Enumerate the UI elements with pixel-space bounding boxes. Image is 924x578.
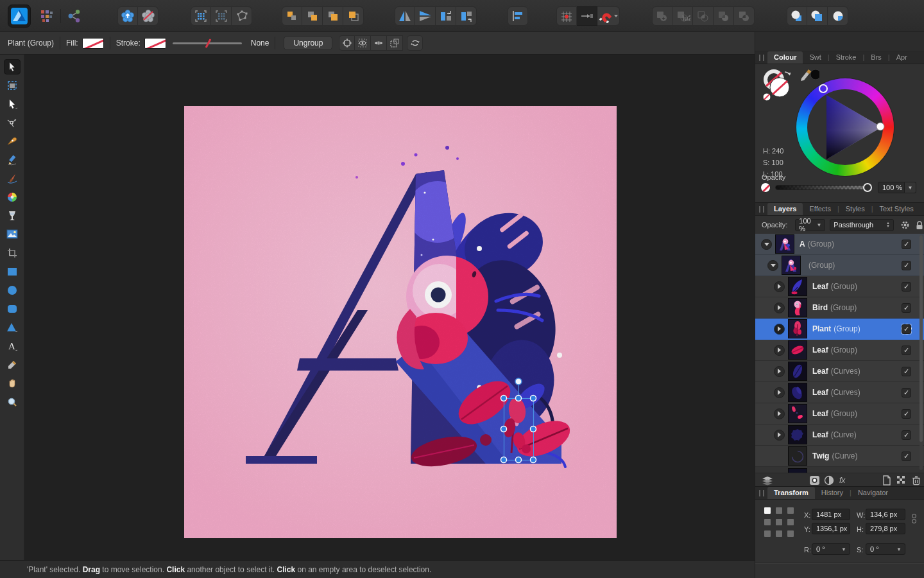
- colour-wheel[interactable]: [796, 78, 894, 176]
- layer-expand-icon[interactable]: [774, 302, 785, 313]
- tab-layers[interactable]: Layers: [767, 203, 803, 215]
- transparency-tool[interactable]: [4, 208, 21, 223]
- layer-expand-icon[interactable]: [774, 281, 785, 292]
- move-by-whole-pixels-icon[interactable]: [577, 6, 597, 26]
- share-nodes-icon[interactable]: [65, 6, 84, 26]
- pixel-persona-button[interactable]: [138, 6, 158, 26]
- layer-expand-icon[interactable]: [774, 345, 785, 356]
- enable-transform-icon[interactable]: [407, 35, 423, 51]
- insert-inside-icon[interactable]: [828, 6, 848, 26]
- lock-icon[interactable]: [915, 220, 924, 231]
- fill-tool[interactable]: [4, 189, 21, 205]
- layer-thumbnail[interactable]: [789, 362, 807, 380]
- cycle-selection-box-icon[interactable]: [339, 35, 355, 51]
- stroke-width-value[interactable]: None: [251, 39, 270, 48]
- layer-thumbnail[interactable]: [782, 256, 800, 274]
- tab-effects[interactable]: Effects: [803, 203, 837, 215]
- zoom-tool[interactable]: [4, 394, 21, 410]
- flip-vertical-icon[interactable]: [415, 6, 436, 26]
- layer-row[interactable]: Leaf (Curve): [755, 425, 924, 446]
- layer-thumbnail[interactable]: [789, 426, 807, 444]
- vector-crop-tool[interactable]: [4, 245, 21, 261]
- ellipse-tool[interactable]: [4, 283, 21, 298]
- artwork-letter-a-illustration[interactable]: [184, 106, 617, 538]
- layer-thumbnail[interactable]: [789, 277, 807, 295]
- triangle-tool[interactable]: [4, 320, 21, 335]
- boolean-subtract-icon[interactable]: \u2212: [672, 6, 693, 26]
- tab-appearance[interactable]: Apr: [890, 51, 914, 64]
- tab-navigator[interactable]: Navigator: [851, 487, 894, 499]
- layer-visibility-checkbox[interactable]: [902, 324, 911, 334]
- text-tool[interactable]: A: [4, 338, 21, 354]
- tab-styles[interactable]: Styles: [839, 203, 871, 215]
- shear-dropdown[interactable]: 0 °▼: [866, 543, 905, 555]
- tab-history[interactable]: History: [815, 487, 850, 499]
- layer-row[interactable]: Leaf (Curves): [755, 361, 924, 382]
- invert-selection-icon[interactable]: [232, 6, 252, 26]
- place-image-tool[interactable]: [4, 227, 21, 242]
- show-selection-icon[interactable]: [355, 35, 371, 51]
- opacity-none-swatch[interactable]: [760, 182, 771, 193]
- deselect-icon[interactable]: [211, 6, 232, 26]
- snapping-magnet-icon[interactable]: [597, 6, 620, 26]
- move-to-front-icon[interactable]: [343, 6, 364, 26]
- boolean-add-icon[interactable]: +: [652, 6, 672, 26]
- tab-brushes[interactable]: Brs: [864, 51, 888, 64]
- ungroup-button[interactable]: Ungroup: [284, 36, 332, 50]
- pattern-layer-icon[interactable]: [896, 475, 906, 485]
- flip-horizontal-icon[interactable]: [395, 6, 415, 26]
- layer-thumbnail[interactable]: [789, 447, 807, 465]
- hue-marker[interactable]: [819, 85, 827, 92]
- vector-brush-tool[interactable]: [4, 171, 21, 186]
- layer-visibility-checkbox[interactable]: [902, 346, 911, 355]
- layer-expand-icon[interactable]: [761, 239, 772, 250]
- tab-colour[interactable]: Colour: [767, 51, 803, 64]
- fill-swatch[interactable]: [82, 38, 104, 49]
- node-tool[interactable]: [4, 96, 21, 112]
- layers-opacity-dropdown[interactable]: 100 %▼: [795, 219, 825, 231]
- link-dimensions-icon[interactable]: [912, 514, 916, 523]
- boolean-divide-icon[interactable]: [714, 6, 734, 26]
- colour-opacity-value[interactable]: 100 %: [878, 182, 905, 193]
- app-icon[interactable]: [8, 4, 31, 28]
- layer-expand-icon[interactable]: [774, 430, 785, 441]
- layer-row[interactable]: Twig (Curve): [755, 446, 924, 467]
- pen-tool[interactable]: [4, 134, 21, 149]
- move-to-back-icon[interactable]: [282, 6, 302, 26]
- layer-row[interactable]: Bird (Group): [755, 297, 924, 319]
- rotation-dropdown[interactable]: 0 °▼: [812, 543, 850, 555]
- blend-mode-dropdown[interactable]: Passthrough ▲▼: [830, 219, 894, 231]
- mask-layer-icon[interactable]: [809, 475, 820, 486]
- x-field[interactable]: 1481 px: [812, 509, 850, 520]
- colour-opacity-slider[interactable]: 100 % ▼: [760, 182, 916, 193]
- delete-layer-trash-icon[interactable]: [912, 475, 921, 486]
- layer-row[interactable]: Leaf (Group): [755, 340, 924, 361]
- layer-row[interactable]: Leaf (Group): [755, 403, 924, 425]
- add-layer-icon[interactable]: [882, 475, 891, 486]
- layers-scrollbar[interactable]: [920, 235, 923, 470]
- layer-thumbnail[interactable]: [789, 341, 807, 359]
- select-all-icon[interactable]: [191, 6, 211, 26]
- artboard-tool[interactable]: [4, 78, 21, 93]
- layer-row[interactable]: Plant (Group): [755, 319, 924, 340]
- layer-row[interactable]: [755, 467, 924, 473]
- insert-behind-icon[interactable]: [787, 6, 807, 26]
- layer-row[interactable]: Leaf (Group): [755, 276, 924, 297]
- saturation-marker[interactable]: [877, 123, 884, 130]
- designer-persona-button[interactable]: [117, 6, 138, 26]
- fill-stroke-selector[interactable]: [760, 67, 796, 103]
- rotate-ccw-icon[interactable]: [436, 6, 456, 26]
- transform-anchor-selector[interactable]: [764, 507, 795, 538]
- layer-thumbnail[interactable]: [789, 405, 807, 423]
- boolean-combine-icon[interactable]: [734, 6, 755, 26]
- layer-thumbnail[interactable]: [789, 320, 807, 338]
- tab-stroke[interactable]: Stroke: [830, 51, 863, 64]
- transform-origin-icon[interactable]: [371, 35, 387, 51]
- layer-expand-icon[interactable]: [774, 387, 785, 398]
- tab-transform[interactable]: Transform: [767, 487, 815, 499]
- layer-expand-icon[interactable]: [774, 324, 785, 335]
- layer-thumbnail[interactable]: [789, 383, 807, 401]
- layer-visibility-checkbox[interactable]: [902, 430, 911, 440]
- panel-grip-icon[interactable]: [759, 206, 764, 213]
- back-one-icon[interactable]: [302, 6, 323, 26]
